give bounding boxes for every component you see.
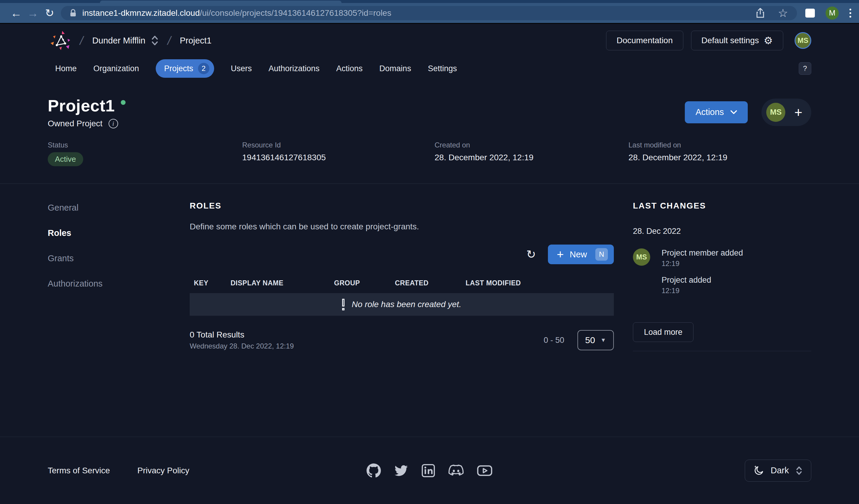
project-meta: Status Active Resource Id 19413614612761… [48, 141, 811, 184]
empty-state-message: No role has been created yet. [352, 300, 461, 309]
column-created: CREATED [395, 279, 466, 287]
column-display-name: DISPLAY NAME [230, 279, 334, 287]
default-settings-button[interactable]: Default settings ⚙ [691, 31, 783, 50]
sidebar-item-general[interactable]: General [48, 203, 78, 213]
social-links [366, 463, 493, 478]
keyboard-shortcut-badge: N [595, 248, 608, 261]
linkedin-icon[interactable] [421, 464, 435, 477]
exclamation-icon [342, 299, 345, 310]
app-header: / Dunder Mifflin / Project1 Documentatio… [0, 24, 859, 57]
sidebar-item-authorizations[interactable]: Authorizations [48, 279, 103, 289]
active-dot [121, 100, 125, 105]
event-time: 12:19 [662, 259, 743, 268]
actions-button[interactable]: Actions [685, 101, 748, 123]
status-badge: Active [48, 152, 83, 166]
bookmark-star-icon[interactable]: ☆ [778, 7, 788, 19]
browser-back-button[interactable]: ← [8, 5, 25, 21]
moon-icon [753, 465, 764, 476]
browser-profile-avatar[interactable]: M [826, 6, 839, 20]
new-role-button[interactable]: + New N [548, 245, 614, 264]
zitadel-logo[interactable] [50, 30, 71, 51]
changes-date: 28. Dec 2022 [633, 227, 811, 236]
zitadel-console-screen: ← → ↻ instance1-dkmnzw.zitadel.cloud/ui/… [0, 0, 859, 504]
browser-controls: M [805, 6, 851, 20]
org-switcher-icon[interactable] [151, 34, 159, 47]
event-time: 12:19 [662, 286, 743, 295]
event-avatar: MS [633, 249, 650, 266]
breadcrumb-project[interactable]: Project1 [180, 36, 211, 46]
event-label: Project added [662, 275, 743, 285]
total-results: 0 Total Results [190, 330, 294, 340]
roles-description: Define some roles which can be used to c… [190, 222, 614, 232]
created-on-value: 28. December 2022, 12:19 [435, 153, 629, 162]
nav-home[interactable]: Home [55, 64, 77, 73]
roles-table-header: KEY DISPLAY NAME GROUP CREATED LAST MODI… [190, 275, 614, 293]
project-members[interactable]: MS + [762, 99, 811, 126]
nav-authorizations[interactable]: Authorizations [269, 64, 319, 73]
discord-icon[interactable] [448, 465, 464, 477]
table-footer: 0 Total Results Wednesday 28. Dec 2022, … [190, 330, 614, 350]
share-icon[interactable] [756, 8, 765, 18]
column-last-modified: LAST MODIFIED [466, 279, 609, 287]
load-more-button[interactable]: Load more [633, 322, 693, 342]
change-event: Project added 12:19 [662, 275, 743, 295]
results-timestamp: Wednesday 28. Dec 2022, 12:19 [190, 342, 294, 350]
browser-toolbar: ← → ↻ instance1-dkmnzw.zitadel.cloud/ui/… [0, 3, 859, 23]
roles-toolbar: ↻ + New N [190, 245, 614, 264]
add-member-button[interactable]: + [794, 106, 802, 119]
nav-domains[interactable]: Domains [379, 64, 411, 73]
url-path: /ui/console/projects/194136146127618305?… [200, 8, 391, 18]
main-nav: Home Organization Projects 2 Users Autho… [0, 57, 859, 80]
dropdown-arrow-icon: ▼ [600, 337, 606, 344]
nav-actions[interactable]: Actions [336, 64, 363, 73]
project-sidebar: General Roles Grants Authorizations [48, 184, 190, 437]
resource-id-label: Resource Id [242, 141, 435, 149]
last-modified-value: 28. December 2022, 12:19 [629, 153, 811, 162]
member-avatar[interactable]: MS [766, 103, 785, 122]
page-title: Project1 [48, 96, 115, 115]
privacy-link[interactable]: Privacy Policy [137, 466, 190, 475]
active-tab[interactable] [100, 1, 342, 3]
youtube-icon[interactable] [477, 465, 493, 477]
created-on-label: Created on [435, 141, 629, 149]
sidebar-item-roles[interactable]: Roles [48, 228, 71, 238]
nav-organization[interactable]: Organization [93, 64, 139, 73]
twitter-icon[interactable] [394, 464, 408, 477]
projects-count-badge: 2 [198, 63, 209, 74]
browser-tab-strip[interactable] [0, 0, 859, 3]
project-subtitle: Owned Project [48, 119, 103, 128]
resource-id-value: 194136146127618305 [242, 153, 435, 162]
page-range: 0 - 50 [544, 336, 564, 345]
panel-divider [633, 351, 811, 351]
content-area: General Roles Grants Authorizations ROLE… [0, 184, 859, 437]
nav-settings[interactable]: Settings [428, 64, 457, 73]
help-button[interactable]: ? [799, 62, 811, 75]
status-label: Status [48, 141, 242, 149]
sidebar-item-grants[interactable]: Grants [48, 253, 74, 263]
empty-state-row: No role has been created yet. [190, 293, 614, 316]
github-icon[interactable] [366, 463, 381, 478]
footer: Terms of Service Privacy Policy [0, 437, 859, 504]
user-avatar[interactable]: MS [795, 32, 811, 49]
column-group: GROUP [334, 279, 395, 287]
theme-select[interactable]: Dark [745, 460, 811, 482]
breadcrumb-org[interactable]: Dunder Mifflin [92, 36, 145, 46]
nav-users[interactable]: Users [231, 64, 252, 73]
documentation-button[interactable]: Documentation [606, 31, 683, 50]
last-modified-label: Last modified on [629, 141, 811, 149]
url-bar[interactable]: instance1-dkmnzw.zitadel.cloud/ui/consol… [61, 6, 797, 20]
side-panel-icon[interactable] [805, 9, 815, 18]
nav-projects[interactable]: Projects 2 [156, 59, 214, 78]
terms-link[interactable]: Terms of Service [48, 466, 110, 475]
gear-icon: ⚙ [764, 34, 773, 46]
page-size-select[interactable]: 50 ▼ [577, 330, 614, 350]
info-icon[interactable]: i [108, 119, 118, 128]
browser-forward-button[interactable]: → [25, 5, 41, 21]
browser-reload-button[interactable]: ↻ [41, 5, 58, 21]
column-key: KEY [194, 279, 230, 287]
lock-icon [70, 9, 76, 17]
project-header: Project1 Owned Project i Actions MS [0, 80, 859, 184]
browser-menu-icon[interactable] [849, 9, 851, 18]
refresh-icon[interactable]: ↻ [526, 249, 536, 260]
console-app: / Dunder Mifflin / Project1 Documentatio… [0, 24, 859, 504]
